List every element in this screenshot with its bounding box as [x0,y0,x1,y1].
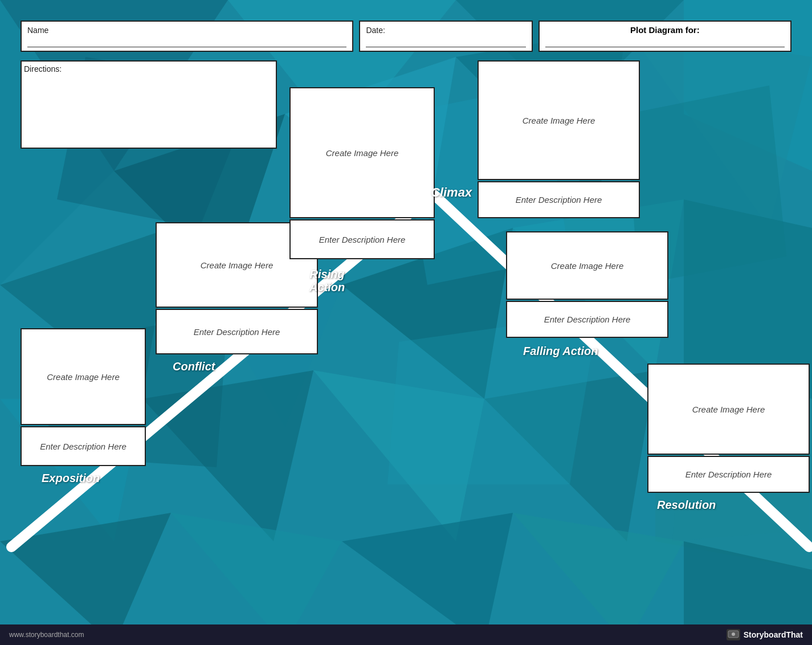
exposition-image-placeholder: Create Image Here [47,372,120,382]
resolution-label: Resolution [657,499,716,512]
conflict-desc-box[interactable]: Enter Description Here [156,309,318,354]
directions-box[interactable]: Directions: [21,60,277,149]
falling-action-label: Falling Action [523,345,598,358]
resolution-image-placeholder: Create Image Here [692,405,765,414]
falling-action-desc-box[interactable]: Enter Description Here [506,301,668,338]
exposition-label: Exposition [42,472,100,485]
name-label: Name [27,26,48,35]
date-label: Date: [366,26,385,35]
resolution-desc-box[interactable]: Enter Description Here [647,456,810,493]
brand-container: StoryboardThat [727,629,803,640]
climax-desc-placeholder: Enter Description Here [516,195,602,205]
date-field[interactable]: Date: [359,21,532,52]
exposition-desc-box[interactable]: Enter Description Here [21,426,146,466]
falling-action-desc-placeholder: Enter Description Here [544,315,631,324]
plot-title-field: Plot Diagram for: [538,21,791,52]
name-field[interactable]: Name [21,21,353,52]
falling-action-image-placeholder: Create Image Here [551,261,624,271]
footer: www.storyboardthat.com StoryboardThat [0,624,812,645]
resolution-desc-placeholder: Enter Description Here [685,470,772,479]
exposition-image-box[interactable]: Create Image Here [21,328,146,425]
climax-label: Climax [431,185,472,200]
rising-action-desc-box[interactable]: Enter Description Here [289,219,435,259]
brand-name: StoryboardThat [744,630,803,639]
conflict-image-placeholder: Create Image Here [201,260,274,270]
plot-title-label: Plot Diagram for: [630,25,700,35]
rising-action-image-box[interactable]: Create Image Here [289,87,435,218]
rising-action-label: RisingAction [309,268,345,294]
conflict-desc-placeholder: Enter Description Here [194,327,280,337]
svg-point-32 [732,632,735,636]
climax-image-placeholder: Create Image Here [523,116,595,125]
directions-label: Directions: [24,64,62,74]
rising-action-image-placeholder: Create Image Here [326,148,399,158]
rising-action-desc-placeholder: Enter Description Here [319,235,406,244]
brand-icon [727,629,740,640]
resolution-image-box[interactable]: Create Image Here [647,364,810,455]
climax-desc-box[interactable]: Enter Description Here [478,181,640,218]
conflict-label: Conflict [173,360,215,373]
climax-image-box[interactable]: Create Image Here [478,60,640,180]
footer-url: www.storyboardthat.com [9,631,84,639]
falling-action-image-box[interactable]: Create Image Here [506,231,668,300]
exposition-desc-placeholder: Enter Description Here [40,442,127,451]
